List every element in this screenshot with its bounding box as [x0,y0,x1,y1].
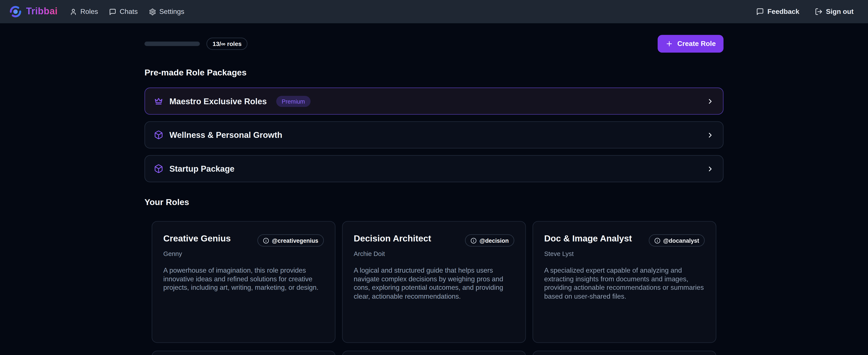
roles-count-badge: 13/∞ roles [207,38,248,50]
role-card-doc-image-analyst[interactable]: Doc & Image Analyst @docanalyst Steve Ly… [532,221,716,343]
top-nav-actions: Feedback Sign out [756,8,859,16]
create-role-button[interactable]: Create Role [657,35,723,53]
role-card-partial[interactable] [342,351,526,355]
package-name: Maestro Exclusive Roles [169,96,267,106]
nav-chats[interactable]: Chats [109,8,138,16]
user-icon [70,8,77,15]
role-handle-badge[interactable]: @decision [465,234,514,246]
gear-icon [149,8,156,15]
roles-grid: Creative Genius @creativegenius Genny A … [145,221,723,355]
role-description: A logical and structured guide that help… [354,266,514,301]
nav-roles-label: Roles [80,8,98,16]
create-role-label: Create Role [677,40,716,48]
sign-out-icon [815,8,823,16]
feedback-button[interactable]: Feedback [756,8,799,16]
main-nav: Roles Chats Settings [70,8,184,16]
chevron-right-icon [707,165,714,173]
chevron-right-icon [707,131,714,139]
role-subtitle: Archie Doit [354,250,514,257]
package-card-maestro[interactable]: Maestro Exclusive Roles Premium [145,88,723,115]
role-subtitle: Steve Lyst [544,250,705,257]
feedback-label: Feedback [768,8,799,16]
packages-section-title: Pre-made Role Packages [145,68,723,78]
plus-icon [665,40,673,48]
tribbai-logo-icon [9,5,22,18]
brand[interactable]: Tribbai [9,5,58,18]
chat-bubble-icon [109,8,116,15]
main-content: 13/∞ roles Create Role Pre-made Role Pac… [0,23,868,355]
role-handle: @decision [479,237,509,244]
nav-settings[interactable]: Settings [149,8,184,16]
package-card-startup[interactable]: Startup Package [145,155,723,182]
package-card-wellness[interactable]: Wellness & Personal Growth [145,121,723,148]
role-handle: @creativegenius [272,237,318,244]
role-title: Creative Genius [163,234,230,244]
brand-name: Tribbai [26,6,58,17]
role-card-decision-architect[interactable]: Decision Architect @decision Archie Doit… [342,221,526,343]
top-nav: Tribbai Roles Chats [0,0,868,23]
your-roles-section-title: Your Roles [145,197,723,207]
role-card-partial[interactable] [152,351,336,355]
package-icon [154,164,163,173]
role-title: Decision Architect [354,234,431,244]
role-title: Doc & Image Analyst [544,234,632,244]
roles-progress-bar [145,41,200,46]
sign-out-label: Sign out [826,8,854,16]
role-description: A specialized expert capable of analyzin… [544,266,705,301]
package-icon [154,130,163,140]
role-description: A powerhouse of imagination, this role p… [163,266,324,292]
role-handle-badge[interactable]: @creativegenius [257,234,324,246]
package-list: Maestro Exclusive Roles Premium [145,88,723,182]
crown-icon [154,96,163,106]
role-card-partial[interactable] [532,351,716,355]
nav-roles[interactable]: Roles [70,8,98,16]
nav-settings-label: Settings [159,8,184,16]
role-subtitle: Genny [163,250,324,257]
role-card-creative-genius[interactable]: Creative Genius @creativegenius Genny A … [152,221,336,343]
package-name: Startup Package [169,164,234,173]
premium-badge: Premium [276,96,311,107]
info-icon [654,237,660,243]
sign-out-button[interactable]: Sign out [815,8,854,16]
roles-toolbar: 13/∞ roles Create Role [145,35,723,53]
info-icon [471,237,477,243]
feedback-bubble-icon [756,8,764,16]
role-handle: @docanalyst [663,237,699,244]
info-icon [263,237,269,243]
app-root: Tribbai Roles Chats [0,0,868,355]
role-handle-badge[interactable]: @docanalyst [649,234,705,246]
chevron-right-icon [707,97,714,105]
nav-chats-label: Chats [120,8,137,16]
package-name: Wellness & Personal Growth [169,130,282,140]
